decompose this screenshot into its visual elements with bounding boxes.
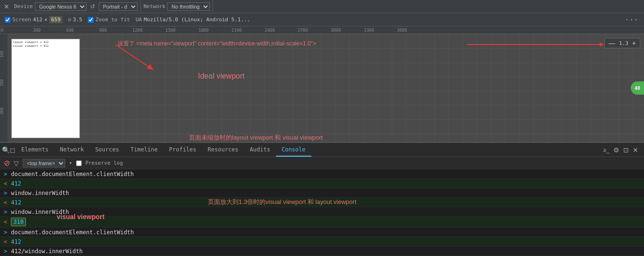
svg-rect-15 [0, 34, 8, 142]
svg-text:2100: 2100 [232, 28, 242, 33]
zoom-in-button[interactable]: + [631, 39, 637, 47]
left-ruler: 100 200 300 [0, 34, 8, 142]
main-container: ✕ Device Google Nexus 6 ↺ Portrait - d N… [0, 0, 644, 256]
tab-elements[interactable]: Elements [16, 143, 54, 157]
screen-checkbox[interactable] [5, 17, 10, 23]
console-text-2: 412 [11, 180, 21, 187]
settings-icon-button[interactable]: ⚙ [613, 146, 619, 154]
svg-text:300: 300 [33, 28, 41, 33]
prompt-7: > [4, 229, 7, 236]
console-text-8: 412 [11, 238, 21, 245]
svg-text:300: 300 [0, 107, 4, 115]
clear-console-button[interactable]: ⊘ [4, 159, 10, 168]
prompt-6: < [4, 219, 7, 225]
screen-cross: × [44, 17, 48, 23]
annotation-text-1: 设置了 <meta name="viewport" content="width… [118, 40, 316, 48]
close-panel-button[interactable]: ✕ [633, 146, 638, 154]
console-output[interactable]: > document.documentElement.clientWidth <… [0, 169, 644, 256]
svg-text:1500: 1500 [165, 28, 176, 33]
elements-icon-button[interactable]: ◻ [10, 146, 16, 154]
console-toolbar: ⊘ ▽ <top frame> ▾ Preserve log 页面未缩放时的la… [0, 157, 644, 169]
dpr-section: ⊡ 3.5 [65, 13, 85, 26]
svg-text:2700: 2700 [298, 28, 308, 33]
device-select[interactable]: Google Nexus 6 [35, 2, 86, 11]
svg-text:3600: 3600 [397, 28, 407, 33]
tab-network[interactable]: Network [54, 143, 90, 157]
console-row-8: < 412 [0, 237, 644, 247]
device-frame: layout viewport = 412 visual viewport = … [11, 39, 80, 138]
tab-profiles[interactable]: Profiles [163, 143, 202, 157]
prompt-2: < [4, 180, 7, 187]
console-text-7: document.documentElement.clientWidth [11, 229, 134, 236]
network-label: Network [144, 3, 165, 9]
console-text-1: document.documentElement.clientWidth [11, 171, 134, 177]
svg-text:200: 200 [0, 79, 4, 86]
tab-timeline[interactable]: Timeline [125, 143, 163, 157]
annotation-text-3: visual viewport [57, 213, 104, 221]
svg-text:3300: 3300 [364, 28, 374, 33]
tab-resources[interactable]: Resources [202, 143, 244, 157]
network-throttle-select[interactable]: No throttling [167, 2, 210, 11]
tab-console[interactable]: Console [276, 143, 311, 157]
svg-marker-21 [600, 43, 604, 46]
prompt-9: > [4, 248, 7, 255]
screen-label: Screen [12, 17, 31, 23]
console-text-3: window.innerWidth [11, 190, 69, 196]
frame-dropdown-arrow[interactable]: ▾ [69, 160, 72, 166]
svg-text:0: 0 [1, 28, 3, 33]
console-row-2: < 412 [0, 179, 644, 188]
svg-text:600: 600 [66, 28, 74, 33]
zoom-value: 1.3 [619, 40, 628, 46]
console-text-4: 412 [11, 199, 21, 206]
preserve-log-checkbox[interactable] [76, 160, 82, 166]
ua-section: UA Mozilla/5.0 (Linux; Android 5.1... [133, 13, 253, 26]
close-button[interactable]: ✕ [2, 3, 11, 10]
prompt-3: > [4, 190, 7, 196]
device-label: Device [14, 3, 33, 9]
ruler: 0 300 600 900 1200 1500 1800 2100 2400 2… [0, 26, 644, 34]
svg-text:100: 100 [0, 51, 4, 58]
svg-rect-0 [0, 26, 644, 34]
screen-section: Screen 412 × 659 [2, 13, 65, 26]
viewport-area: 100 200 300 layout viewport = 412 visual… [0, 34, 644, 142]
refresh-icon[interactable]: ↺ [88, 3, 97, 10]
tab-bar-icons: ≥_ ⚙ ⊡ ✕ [603, 146, 642, 154]
orientation-select[interactable]: Portrait - d [99, 2, 137, 11]
grid-area: Ideal viewport 设置了 <meta name="viewport"… [80, 34, 644, 142]
preserve-log-label: Preserve log [86, 160, 123, 166]
zoom-control: — 1.3 + [604, 38, 640, 48]
more-options[interactable]: ··· [625, 15, 642, 24]
prompt-4: < [4, 199, 7, 206]
zoom-checkbox[interactable] [88, 17, 94, 23]
tab-audits[interactable]: Audits [244, 143, 276, 157]
dock-icon-button[interactable]: ⊡ [623, 146, 629, 154]
filter-console-button[interactable]: ▽ [14, 159, 19, 167]
console-row-6: < 310 visual viewport [0, 217, 644, 228]
svg-text:1200: 1200 [132, 28, 143, 33]
terminal-icon-button[interactable]: ≥_ [603, 147, 610, 153]
ideal-viewport-text: Ideal viewport [198, 72, 245, 80]
zoom-section: Zoom to fit [85, 13, 133, 26]
screen-width: 412 [33, 17, 43, 23]
zoom-out-button[interactable]: — [608, 39, 616, 47]
frame-select[interactable]: <top frame> [23, 159, 65, 168]
ua-value: Mozilla/5.0 (Linux; Android 5.1... [144, 17, 250, 23]
green-circle: 40 [631, 81, 644, 95]
dpr-value: 3.5 [73, 17, 82, 23]
toolbar-row2: Screen 412 × 659 ⊡ 3.5 Zoom to fit UA Mo… [0, 13, 644, 26]
tab-bar: 🔍 ◻ Elements Network Sources Timeline Pr… [0, 143, 644, 157]
svg-text:900: 900 [99, 28, 107, 33]
device-section: Device Google Nexus 6 ↺ Portrait - d [11, 0, 141, 13]
toolbar-row1: ✕ Device Google Nexus 6 ↺ Portrait - d N… [0, 0, 644, 13]
tab-sources[interactable]: Sources [89, 143, 125, 157]
prompt-1: > [4, 171, 7, 177]
console-row-9: > 412/window.innerWidth [0, 247, 644, 256]
search-icon-button[interactable]: 🔍 [2, 146, 10, 154]
svg-text:3000: 3000 [331, 28, 341, 33]
console-row-7: > document.documentElement.clientWidth [0, 228, 644, 237]
dpr-icon: ⊡ [68, 17, 71, 22]
prompt-8: < [4, 238, 7, 245]
console-row-4: < 412 [0, 198, 644, 207]
annotation-arrows [80, 34, 644, 142]
svg-text:1800: 1800 [198, 28, 209, 33]
